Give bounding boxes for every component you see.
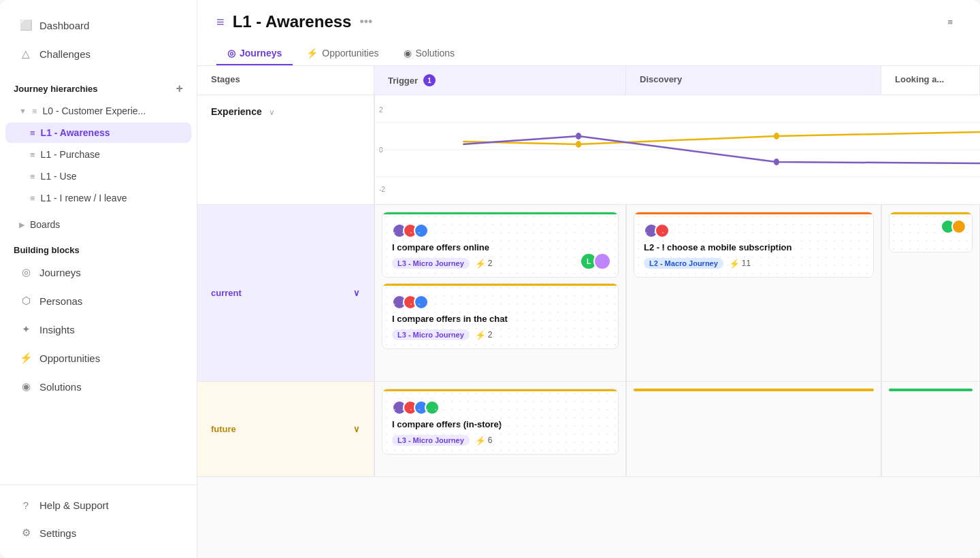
card-meta: L3 - Micro Journey ⚡ 6 <box>392 435 608 446</box>
journey-icon: ≡ <box>30 171 35 182</box>
lightning-count: ⚡ 2 <box>475 259 493 269</box>
sidebar-item-label: Help & Support <box>39 499 109 511</box>
journey-badge: L3 - Micro Journey <box>392 258 470 269</box>
experience-label-cell: Experience ∨ <box>197 95 374 204</box>
sidebar-item-settings[interactable]: ⚙ Settings <box>5 519 191 546</box>
journey-card-compare-instore[interactable]: I compare offers (in-store) L3 - Micro J… <box>382 389 619 455</box>
future-label-cell[interactable]: future ∨ <box>197 382 374 476</box>
sidebar-item-challenges[interactable]: △ Challenges <box>5 40 191 67</box>
journey-badge: L3 - Micro Journey <box>392 435 470 446</box>
add-hierarchy-button[interactable]: + <box>176 82 183 96</box>
discovery-column-header: Discovery <box>626 66 881 95</box>
main-content: ≡ L1 - Awareness ••• ≡ ◎ Journeys ⚡ Oppo… <box>197 0 980 558</box>
card-partial-avatars <box>941 219 966 234</box>
sidebar-item-personas[interactable]: ⬡ Personas <box>5 287 191 314</box>
chevron-down-icon: ∨ <box>353 288 360 298</box>
tree-item-label: L1 - Purchase <box>41 149 100 160</box>
solutions-icon: ◉ <box>19 380 33 393</box>
svg-point-6 <box>774 159 779 165</box>
lightning-icon: ⚡ <box>475 436 486 446</box>
insights-icon: ✦ <box>19 323 33 336</box>
filter-button[interactable]: ≡ <box>939 13 961 31</box>
count-value: 6 <box>488 436 493 445</box>
tree-item-l1-renew[interactable]: ≡ L1 - I renew / I leave <box>5 188 191 208</box>
svg-point-3 <box>576 141 581 148</box>
card-meta: L3 - Micro Journey ⚡ 2 <box>392 329 608 340</box>
sidebar-item-label: Dashboard <box>39 20 89 31</box>
sidebar-item-label: Journeys <box>39 267 81 278</box>
card-meta: L2 - Macro Journey ⚡ 11 <box>644 258 864 269</box>
tab-opportunities[interactable]: ⚡ Opportunities <box>295 42 389 65</box>
solutions-tab-icon: ◉ <box>404 48 412 59</box>
avatar <box>951 219 966 234</box>
journey-icon: ≡ <box>30 128 35 138</box>
challenges-icon: △ <box>19 47 33 61</box>
sidebar-item-help[interactable]: ? Help & Support <box>5 491 191 519</box>
sidebar-item-label: Solutions <box>39 381 82 393</box>
future-discovery-bar <box>634 389 874 391</box>
journey-card-compare-online[interactable]: I compare offers online L3 - Micro Journ… <box>382 212 619 278</box>
tree-item-l0[interactable]: ▼ ≡ L0 - Customer Experie... <box>5 101 191 121</box>
count-value: 11 <box>742 259 751 268</box>
more-options-button[interactable]: ••• <box>359 15 372 29</box>
card-avatars <box>392 295 429 310</box>
sidebar-item-solutions[interactable]: ◉ Solutions <box>5 373 191 400</box>
svg-point-4 <box>774 133 779 140</box>
avatar <box>414 223 429 238</box>
lightning-icon: ⚡ <box>475 330 486 340</box>
sidebar-item-journeys[interactable]: ◎ Journeys <box>5 259 191 286</box>
discovery-cards-cell: L2 - I choose a mobile subscription L2 -… <box>626 205 881 381</box>
section-title: Journey hierarchies <box>14 84 98 94</box>
journeys-icon: ◎ <box>19 265 33 279</box>
settings-icon: ⚙ <box>19 526 33 540</box>
future-section: future ∨ I compare offers (in-st <box>197 382 980 477</box>
opportunities-tab-icon: ⚡ <box>306 48 318 59</box>
opportunities-icon: ⚡ <box>19 351 33 365</box>
chevron-down-icon: ∨ <box>269 108 275 117</box>
tab-label: Opportunities <box>322 48 378 59</box>
sidebar-item-opportunities[interactable]: ⚡ Opportunities <box>5 344 191 372</box>
looking-column-header: Looking a... <box>881 66 980 95</box>
tree-item-l1-awareness[interactable]: ≡ L1 - Awareness <box>5 122 191 143</box>
card-title: I compare offers in the chat <box>392 314 608 324</box>
future-last-cell <box>881 382 980 476</box>
filter-icon: ≡ <box>947 17 953 27</box>
tab-journeys[interactable]: ◎ Journeys <box>216 42 293 65</box>
future-last-bar <box>889 389 973 391</box>
sidebar-item-boards[interactable]: ▶ Boards <box>5 214 191 235</box>
card-right-avatars: L <box>580 252 611 270</box>
dashboard-icon: ⬜ <box>19 18 33 32</box>
chart-area: 2 0 -2 <box>374 95 980 204</box>
title-row: ≡ L1 - Awareness ••• ≡ <box>216 12 961 31</box>
lightning-count: ⚡ 11 <box>729 259 751 269</box>
sidebar-item-insights[interactable]: ✦ Insights <box>5 316 191 343</box>
journey-icon: ≡ <box>30 193 35 203</box>
journey-card-compare-chat[interactable]: I compare offers in the chat L3 - Micro … <box>382 283 619 349</box>
tab-bar: ◎ Journeys ⚡ Opportunities ◉ Solutions <box>216 42 961 65</box>
tree-item-l1-purchase[interactable]: ≡ L1 - Purchase <box>5 144 191 165</box>
avatar <box>414 295 429 310</box>
tab-label: Journeys <box>240 48 282 59</box>
trigger-column-header: Trigger 1 <box>374 66 626 95</box>
chevron-down-icon: ∨ <box>353 424 360 434</box>
journey-card-mobile-subscription[interactable]: L2 - I choose a mobile subscription L2 -… <box>634 212 874 278</box>
tab-label: Solutions <box>416 48 455 59</box>
current-label-cell[interactable]: current ∨ <box>197 205 374 381</box>
journey-badge: L2 - Macro Journey <box>644 258 723 269</box>
main-header: ≡ L1 - Awareness ••• ≡ ◎ Journeys ⚡ Oppo… <box>197 0 980 66</box>
sidebar-item-label: Opportunities <box>39 352 100 364</box>
stages-column-header: Stages <box>197 66 374 95</box>
personas-icon: ⬡ <box>19 294 33 308</box>
card-avatars <box>392 400 440 415</box>
sidebar-item-dashboard[interactable]: ⬜ Dashboard <box>5 12 191 39</box>
tab-solutions[interactable]: ◉ Solutions <box>393 42 466 65</box>
journey-title-icon: ≡ <box>216 14 225 30</box>
last-col-partial <box>889 212 973 252</box>
count-value: 2 <box>488 330 493 340</box>
lightning-icon: ⚡ <box>475 259 486 269</box>
current-section: current ∨ I compare offers online <box>197 205 980 382</box>
card-title: I compare offers (in-store) <box>392 419 608 429</box>
card-top-border <box>889 212 972 214</box>
help-icon: ? <box>19 498 33 512</box>
tree-item-l1-use[interactable]: ≡ L1 - Use <box>5 166 191 186</box>
